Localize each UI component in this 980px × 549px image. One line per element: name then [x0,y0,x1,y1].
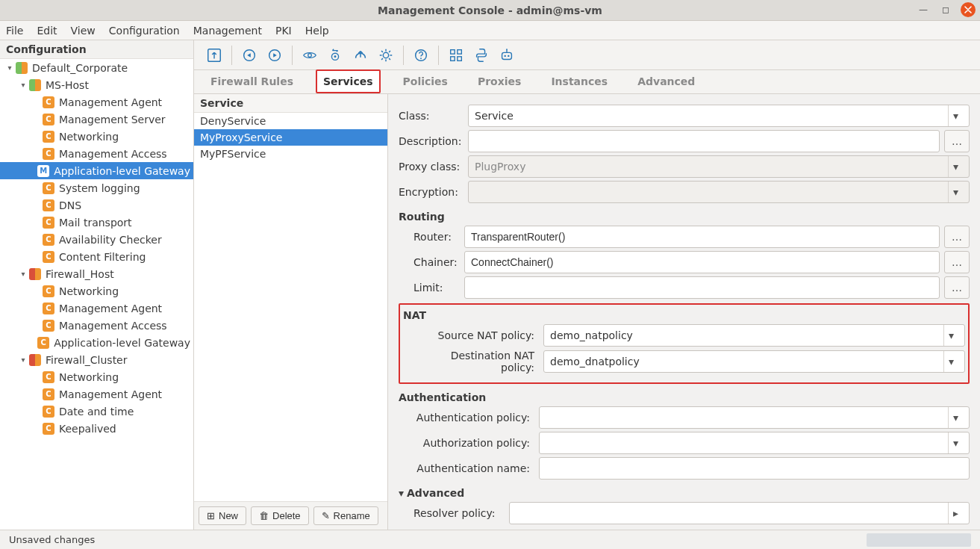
router-input[interactable] [464,226,940,248]
class-combo[interactable]: Service▾ [468,105,970,127]
svg-point-15 [508,55,509,56]
advanced-section-title[interactable]: ▾Advanced [399,487,970,499]
tree-node[interactable]: CContent Filtering [0,248,193,265]
toolbar [194,40,980,70]
tool-help-icon[interactable] [408,43,434,68]
close-button[interactable] [961,2,976,17]
maximize-button[interactable]: ◻ [938,2,953,17]
tree-node[interactable]: ▾MS-Host [0,76,193,93]
service-list-actions: ⊞New 🗑Delete ✎Rename [194,501,387,530]
tree-node[interactable]: ▾Firewall_Cluster [0,351,193,368]
svg-rect-13 [502,52,512,59]
tree-node[interactable]: CManagement Access [0,317,193,334]
menu-help[interactable]: Help [305,25,329,37]
tab-policies[interactable]: Policies [396,69,455,93]
tab-instances[interactable]: Instances [543,69,615,93]
menu-pki[interactable]: PKI [275,25,292,37]
class-label: Class: [399,110,462,122]
tree-node[interactable]: ▾Firewall_Host [0,265,193,282]
authz-policy-combo[interactable]: ▾ [539,432,970,454]
service-list-item[interactable]: DenyService [194,113,387,129]
routing-section-title: Routing [399,211,970,223]
tool-up-icon[interactable] [202,43,227,68]
tool-settings-sync-icon[interactable] [322,43,348,68]
tab-firewall-rules[interactable]: Firewall Rules [203,69,301,93]
menu-configuration[interactable]: Configuration [109,25,180,37]
tree-node[interactable]: CManagement Agent [0,93,193,111]
delete-service-button[interactable]: 🗑Delete [251,506,309,525]
service-list-item[interactable]: MyProxyService [194,129,387,146]
limit-label: Limit: [413,282,458,294]
tab-services[interactable]: Services [316,69,381,93]
tree-node[interactable]: MApplication-level Gateway [0,162,193,179]
tree-node[interactable]: CNetworking [0,282,193,300]
chevron-down-icon: ▾ [948,156,963,177]
proxy-class-label: Proxy class: [399,161,462,173]
sidebar-header: Configuration [0,40,193,59]
node-badge-icon: C [43,148,54,160]
rename-service-button[interactable]: ✎Rename [313,506,378,525]
router-more-button[interactable]: … [944,226,970,248]
tree-node[interactable]: CManagement Agent [0,300,193,317]
tree-node[interactable]: CNetworking [0,128,193,145]
service-list[interactable]: DenyServiceMyProxyServiceMyPFService [194,113,387,501]
tree-node[interactable]: CDNS [0,196,193,214]
tool-grid-icon[interactable] [443,43,469,68]
nat-section-title: NAT [403,309,965,321]
node-badge-icon: C [43,371,54,383]
tree-node[interactable]: CManagement Access [0,145,193,162]
menu-edit[interactable]: Edit [37,25,57,37]
tool-gear-icon[interactable] [373,43,399,68]
tree-node[interactable]: CApplication-level Gateway [0,334,193,351]
description-more-button[interactable]: … [944,130,970,152]
chevron-down-icon: ▾ [948,432,963,453]
tool-view-icon[interactable] [297,43,322,68]
tree-node[interactable]: ▾Default_Corporate [0,59,193,76]
dst-nat-combo[interactable]: demo_dnatpolicy▾ [543,350,965,373]
proxy-class-combo[interactable]: PlugProxy▾ [468,155,970,178]
limit-input[interactable] [464,276,940,299]
svg-rect-10 [458,49,462,54]
toolbar-separator [231,46,232,65]
node-badge-icon: C [43,131,54,143]
src-nat-combo[interactable]: demo_natpolicy▾ [543,324,965,347]
tree-node[interactable]: CAvailability Checker [0,231,193,248]
tool-commit-icon[interactable] [237,43,262,68]
tree-node-label: Firewall_Cluster [46,354,127,366]
tree-node-label: Management Agent [59,96,162,108]
tab-advanced[interactable]: Advanced [630,69,702,93]
chevron-down-icon: ▾ [948,105,963,126]
tree-node[interactable]: CSystem logging [0,179,193,196]
tree-node[interactable]: CMail transport [0,214,193,231]
tool-robot-icon[interactable] [494,43,519,68]
service-list-item[interactable]: MyPFService [194,146,387,162]
auth-name-input[interactable] [539,457,970,480]
nat-section-highlight: NAT Source NAT policy: demo_natpolicy▾ D… [399,303,970,384]
tool-revert-icon[interactable] [262,43,287,68]
node-badge-icon: C [43,303,54,314]
chainer-more-button[interactable]: … [944,251,970,273]
node-badge-icon: C [43,234,54,246]
close-icon [964,6,972,13]
menu-view[interactable]: View [71,25,96,37]
auth-policy-combo[interactable]: ▾ [539,406,970,429]
tab-proxies[interactable]: Proxies [470,69,528,93]
tree-node[interactable]: CKeepalived [0,420,193,437]
description-input[interactable] [468,130,940,152]
tree-node[interactable]: CManagement Agent [0,385,193,403]
menu-file[interactable]: File [6,25,23,37]
tree-node[interactable]: CNetworking [0,368,193,385]
menu-management[interactable]: Management [193,25,262,37]
resolver-combo[interactable]: ▸ [509,502,970,524]
encryption-combo[interactable]: ▾ [468,181,970,203]
config-tree[interactable]: ▾Default_Corporate▾MS-HostCManagement Ag… [0,59,193,530]
new-service-button[interactable]: ⊞New [199,506,246,525]
tree-node[interactable]: CDate and time [0,403,193,420]
chainer-input[interactable] [464,251,940,273]
minimize-button[interactable]: — [916,2,931,17]
auth-name-label: Authentication name: [413,462,533,474]
tool-python-icon[interactable] [469,43,494,68]
limit-more-button[interactable]: … [944,276,970,299]
tool-upload-icon[interactable] [348,43,373,68]
tree-node[interactable]: CManagement Server [0,111,193,128]
